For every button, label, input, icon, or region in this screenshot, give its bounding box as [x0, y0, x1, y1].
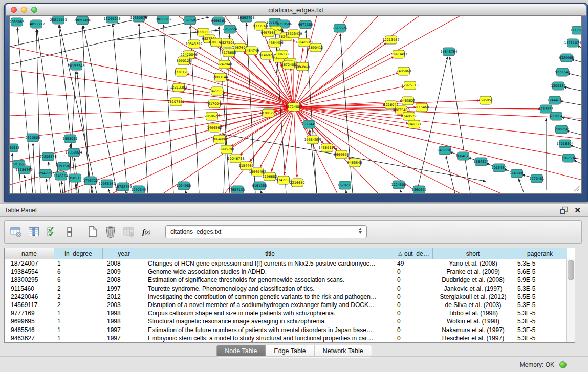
close-panel-icon[interactable]: ✕ [574, 206, 581, 214]
red-edge[interactable] [294, 16, 460, 107]
table-cell[interactable]: 9115460 [5, 285, 54, 293]
red-edge[interactable] [294, 107, 581, 118]
graph-node-yellow[interactable] [408, 120, 420, 128]
graph-node-teal[interactable] [40, 169, 52, 178]
network-selector[interactable]: citations_edges.txt [165, 225, 367, 238]
table-cell[interactable]: Investigating the contribution of common… [145, 293, 395, 301]
table-cell[interactable]: Nakamura et al. (1997) [433, 326, 513, 334]
table-cell[interactable]: Estimation of significance thresholds fo… [145, 276, 395, 284]
graph-node-yellow[interactable] [264, 172, 276, 181]
table-cell[interactable]: de Silva et al. (2003) [433, 301, 513, 309]
graph-node-yellow[interactable] [393, 50, 405, 58]
resize-grip-icon[interactable] [572, 184, 580, 192]
graph-node-yellow[interactable] [211, 87, 223, 95]
table-cell[interactable]: 5.3E-5 [513, 285, 567, 293]
table-cell[interactable]: Tibbo et al. (1998) [433, 309, 513, 317]
graph-node-teal[interactable] [334, 24, 346, 32]
graph-node-yellow[interactable] [222, 39, 233, 47]
graph-node-yellow[interactable] [211, 38, 223, 47]
table-cell[interactable]: 22420046 [5, 293, 54, 301]
graph-node-yellow[interactable] [398, 67, 410, 75]
table-cell[interactable]: Dudbridge et al. (2008) [433, 276, 513, 284]
graph-node-teal[interactable] [77, 16, 89, 25]
graph-node-yellow[interactable] [176, 68, 187, 76]
table-cell[interactable]: 5.3E-5 [513, 326, 567, 334]
graph-node-teal[interactable] [559, 140, 571, 148]
graph-node-yellow[interactable] [292, 179, 303, 187]
graph-node-yellow[interactable] [263, 29, 274, 37]
table-cell[interactable]: 19384554 [5, 268, 54, 276]
table-cell[interactable]: Embryonic stem cells: a model to study s… [145, 334, 395, 342]
table-cell[interactable]: Hescheler et al. (1997) [433, 334, 513, 342]
graph-node-yellow[interactable] [206, 112, 218, 120]
graph-node-teal[interactable] [475, 158, 487, 166]
table-cell[interactable]: 6 [54, 276, 103, 284]
table-row[interactable]: 977716911998Corpus callosum shape and si… [5, 309, 575, 317]
graph-node-yellow[interactable] [188, 40, 200, 48]
graph-node-yellow[interactable] [223, 49, 235, 57]
red-edge[interactable] [294, 107, 581, 180]
black-edge[interactable] [422, 193, 422, 194]
red-edge[interactable] [294, 107, 581, 139]
black-edge[interactable] [33, 143, 35, 193]
table-cell[interactable]: 0 [395, 276, 433, 284]
graph-node-teal[interactable] [531, 174, 543, 183]
table-cell[interactable]: 0 [395, 317, 433, 325]
tab-edge-table[interactable]: Edge Table [266, 345, 314, 357]
red-edge[interactable] [10, 47, 294, 107]
graph-node-teal[interactable] [68, 148, 80, 157]
graph-node-yellow[interactable] [416, 103, 428, 112]
graph-node-yellow[interactable] [221, 145, 233, 154]
graph-node-teal[interactable] [254, 182, 266, 190]
black-edge[interactable] [417, 57, 448, 193]
graph-node-teal[interactable] [133, 186, 145, 194]
graph-node-yellow[interactable] [310, 43, 322, 52]
graph-node-yellow[interactable] [170, 98, 182, 106]
red-edge[interactable] [294, 107, 460, 193]
table-cell[interactable]: 1997 [103, 326, 145, 334]
graph-node-yellow[interactable] [385, 36, 397, 44]
column-header-in_degree[interactable]: in_degree [54, 248, 103, 259]
unselect-all-icon[interactable] [63, 226, 76, 238]
graph-node-yellow[interactable] [215, 73, 227, 81]
table-cell[interactable]: 18724007 [5, 259, 54, 268]
graph-node-teal[interactable] [493, 164, 505, 172]
table-cell[interactable]: 5.6E-5 [513, 268, 567, 276]
black-edge[interactable] [36, 29, 40, 193]
graph-node-yellow[interactable] [288, 30, 300, 38]
graph-node-yellow[interactable] [321, 144, 333, 152]
table-row[interactable]: 1872400712008Changes of HCN gene express… [5, 259, 575, 268]
graph-node-teal[interactable] [551, 112, 562, 120]
scrollbar-thumb[interactable] [568, 260, 574, 280]
graph-node-yellow[interactable] [173, 83, 185, 92]
table-cell[interactable]: 2008 [103, 276, 145, 284]
black-edge[interactable] [560, 101, 581, 105]
network-canvas[interactable]: 2053983140557172051199320891406180492951… [9, 15, 582, 194]
table-cell[interactable]: 9777169 [5, 309, 54, 317]
tab-network-table[interactable]: Network Table [315, 345, 372, 357]
table-settings-icon[interactable] [10, 226, 22, 238]
graph-node-yellow[interactable] [404, 81, 416, 90]
float-window-icon[interactable] [560, 206, 568, 214]
table-row[interactable]: 946362711997Embryonic stem cells: a mode… [5, 334, 575, 342]
graph-node-teal[interactable] [178, 182, 190, 190]
table-cell[interactable]: Franke et al. (2009) [433, 268, 513, 276]
graph-node-yellow[interactable] [214, 135, 226, 143]
graph-node-yellow[interactable] [269, 39, 281, 47]
black-edge[interactable] [240, 193, 241, 194]
table-cell[interactable]: Genome-wide association studies in ADHD. [145, 268, 395, 276]
graph-node-teal[interactable] [413, 186, 425, 194]
graph-node-teal[interactable] [133, 16, 145, 22]
graph-node-yellow[interactable] [234, 43, 246, 52]
graph-node-teal[interactable] [101, 180, 113, 188]
table-cell[interactable]: 9463627 [5, 334, 54, 342]
delete-icon[interactable] [104, 226, 117, 238]
graph-node-teal[interactable] [11, 18, 23, 26]
table-column-icon[interactable] [28, 226, 40, 238]
table-cell[interactable]: 5.9E-5 [513, 276, 567, 284]
table-cell[interactable]: 0 [395, 309, 433, 317]
table-cell[interactable]: 1 [54, 326, 103, 334]
table-cell[interactable]: Tourette syndrome. Phenomenology and cla… [145, 285, 395, 293]
graph-node-teal[interactable] [241, 16, 252, 22]
graph-node-yellow[interactable] [230, 155, 242, 163]
